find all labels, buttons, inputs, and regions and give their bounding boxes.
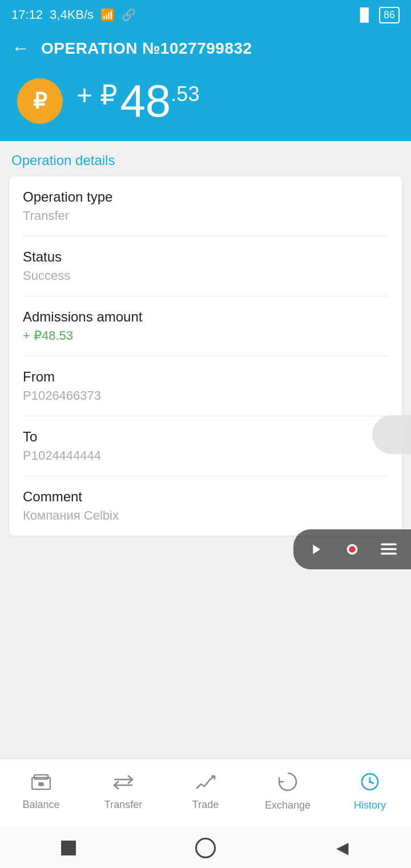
nav-item-balance[interactable]: Balance [0, 769, 82, 815]
detail-label-0: Operation type [23, 189, 388, 205]
nav-label-history: History [354, 799, 386, 811]
svg-rect-3 [381, 548, 397, 550]
detail-value-3: P1026466373 [23, 388, 388, 403]
back-button[interactable]: ← [11, 38, 30, 59]
trade-icon [195, 773, 216, 795]
detail-label-3: From [23, 369, 388, 385]
detail-row-from: From P1026466373 [23, 356, 388, 416]
detail-row-comment: Comment Компания Celbix [23, 476, 388, 536]
currency-icon: ₽ [17, 78, 63, 124]
menu-button[interactable] [376, 536, 402, 562]
amount-main: 48 [120, 78, 171, 124]
detail-row-operation-type: Operation type Transfer [23, 176, 388, 236]
scroll-indicator [372, 415, 411, 454]
svg-rect-2 [381, 544, 397, 546]
main-content: Operation details Operation type Transfe… [0, 141, 411, 547]
detail-value-4: P1024444444 [23, 448, 388, 463]
svg-rect-4 [381, 553, 397, 555]
amount-display: + ₽ 48 .53 [76, 78, 199, 124]
svg-point-13 [369, 781, 371, 783]
detail-label-1: Status [23, 249, 388, 265]
amount-prefix: + ₽ [76, 82, 118, 109]
recent-button[interactable] [194, 837, 217, 859]
currency-symbol: ₽ [33, 89, 47, 114]
section-label: Operation details [9, 152, 402, 168]
amount-cents: .53 [171, 84, 199, 105]
time-display: 17:12 [11, 7, 43, 22]
detail-value-5: Компания Celbix [23, 508, 388, 523]
nav-item-history[interactable]: History [329, 767, 411, 816]
amount-section: ₽ + ₽ 48 .53 [0, 67, 411, 141]
nav-label-transfer: Transfer [104, 799, 142, 811]
history-icon [360, 772, 380, 796]
home-button[interactable] [57, 837, 80, 859]
transfer-icon [113, 773, 134, 795]
wifi-icon: 📶 [100, 8, 115, 22]
svg-rect-7 [38, 782, 43, 786]
status-bar-right: ▐▌ 86 [356, 7, 400, 23]
battery-indicator: 86 [379, 7, 400, 23]
detail-value-0: Transfer [23, 208, 388, 223]
detail-value-1: Success [23, 268, 388, 283]
details-card: Operation type Transfer Status Success A… [9, 176, 402, 536]
detail-value-2: + ₽48.53 [23, 328, 388, 343]
signal-bars-icon: ▐▌ [356, 7, 373, 22]
back-nav-button[interactable]: ◀ [331, 837, 354, 859]
balance-icon [31, 773, 51, 795]
detail-label-5: Comment [23, 489, 388, 505]
detail-row-admissions: Admissions amount + ₽48.53 [23, 296, 388, 356]
record-button[interactable] [339, 536, 365, 562]
square-icon [61, 841, 76, 855]
network-speed: 3,4KB/s [50, 7, 94, 22]
exchange-icon [278, 772, 297, 796]
circle-icon [195, 838, 216, 858]
signal-icon: 🔗 [122, 8, 136, 22]
page-title: OPERATION №1027799832 [41, 39, 252, 58]
app-header: ← OPERATION №1027799832 [0, 30, 411, 67]
detail-row-to: To P1024444444 [23, 416, 388, 476]
nav-item-transfer[interactable]: Transfer [82, 769, 164, 815]
nav-label-balance: Balance [22, 799, 59, 811]
nav-item-exchange[interactable]: Exchange [247, 767, 329, 816]
detail-row-status: Status Success [23, 236, 388, 296]
play-button[interactable] [303, 536, 329, 562]
nav-label-exchange: Exchange [265, 799, 311, 811]
nav-item-trade[interactable]: Trade [164, 769, 247, 815]
detail-label-4: To [23, 429, 388, 445]
status-bar: 17:12 3,4KB/s 📶 🔗 ▐▌ 86 [0, 0, 411, 30]
svg-point-1 [349, 546, 356, 553]
floating-controls [293, 529, 411, 569]
bottom-navigation: Balance Transfer Trade [0, 758, 411, 827]
nav-label-trade: Trade [192, 799, 219, 811]
detail-label-2: Admissions amount [23, 309, 388, 325]
system-navigation: ◀ [0, 827, 411, 868]
status-bar-left: 17:12 3,4KB/s 📶 🔗 [11, 7, 136, 22]
back-triangle-icon: ◀ [336, 838, 349, 857]
